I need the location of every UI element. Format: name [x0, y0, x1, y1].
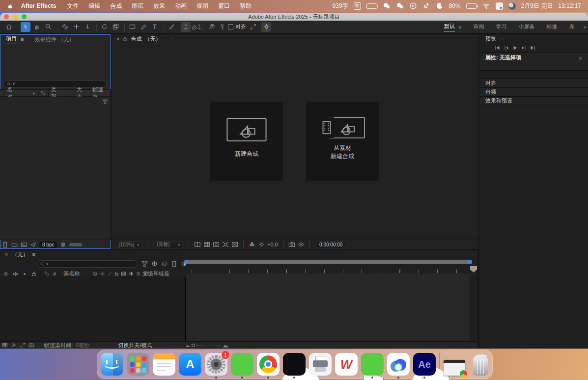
last-frame-button[interactable]: [530, 45, 536, 51]
share-project-icon[interactable]: [30, 242, 36, 248]
fast-previews-gear-icon[interactable]: [258, 241, 265, 248]
navigator-end-handle[interactable]: [468, 260, 472, 264]
magnification-dropdown[interactable]: (100%)∨: [115, 241, 143, 248]
exposure-value[interactable]: +0.0: [267, 242, 278, 247]
keyboard-status-icon[interactable]: [496, 2, 503, 10]
time-ruler[interactable]: [186, 266, 470, 273]
effects-presets-panel-header[interactable]: 效果和预设: [479, 96, 588, 105]
project-panel-menu-icon[interactable]: ≡: [21, 36, 24, 42]
workspace-default[interactable]: 默认: [444, 23, 455, 31]
timeline-navigator-bar[interactable]: [186, 260, 471, 264]
brush-tool[interactable]: [167, 22, 176, 32]
mask-visibility-icon[interactable]: [213, 241, 220, 248]
dock-douyin-icon[interactable]: [283, 353, 306, 376]
view-axis-mode-button[interactable]: [207, 22, 217, 32]
workspace-small-screen[interactable]: 小屏幕: [518, 23, 534, 30]
composition-panel-menu-icon[interactable]: ≡: [170, 36, 173, 42]
workspace-menu-icon[interactable]: ≡: [458, 24, 461, 30]
menu-window[interactable]: 窗口: [218, 2, 230, 10]
pan-behind-tool[interactable]: [111, 22, 120, 32]
motion-blur-switch-icon[interactable]: [128, 271, 134, 276]
lock-column-icon[interactable]: [31, 271, 37, 277]
comp-marker-bin-icon[interactable]: [470, 266, 477, 272]
rotation-tool[interactable]: [99, 22, 109, 32]
properties-panel-menu-icon[interactable]: ≡: [579, 55, 582, 61]
align-panel-header[interactable]: 对齐: [479, 79, 588, 87]
menu-help[interactable]: 帮助: [240, 2, 252, 10]
assistant-status-icon[interactable]: [508, 2, 516, 10]
dock-wechat-icon[interactable]: [231, 353, 253, 376]
dolly-camera-tool[interactable]: [83, 22, 92, 32]
dock-printer-icon[interactable]: [309, 353, 332, 376]
show-channels-icon[interactable]: [249, 241, 255, 248]
region-of-interest-icon[interactable]: [222, 241, 229, 248]
label-column-icon[interactable]: [41, 90, 46, 96]
hand-tool[interactable]: [32, 22, 42, 32]
dock-minimized-window-thumbnail[interactable]: [443, 353, 466, 376]
wechat-status-icon[interactable]: [383, 2, 391, 10]
frame-blend-switch-icon[interactable]: [121, 271, 126, 276]
home-tool[interactable]: [4, 22, 14, 32]
in-out-pane-icon[interactable]: [20, 342, 26, 348]
dock-wechat-2-icon[interactable]: [361, 353, 384, 376]
type-tool[interactable]: T: [150, 22, 160, 32]
new-composition-tile[interactable]: 新建合成: [210, 102, 283, 181]
hide-shy-layers-icon[interactable]: [161, 261, 168, 267]
render-time-pane-icon[interactable]: [28, 342, 34, 348]
focus-moon-icon[interactable]: [436, 2, 444, 10]
pan-camera-tool[interactable]: [71, 22, 81, 32]
view-layout-icon[interactable]: [194, 241, 201, 248]
timeline-tab-label[interactable]: （无）: [12, 251, 28, 258]
preview-panel-header[interactable]: 预览 ≡: [479, 34, 588, 43]
bit-depth-button[interactable]: 8 bpc: [39, 242, 57, 248]
layer-switches-pane-icon[interactable]: [2, 342, 8, 348]
input-method-icon[interactable]: 中: [354, 2, 361, 10]
layer-list-area[interactable]: [0, 277, 186, 341]
wechat-status-icon-2[interactable]: [396, 2, 404, 10]
timeline-zoom-slider-knob[interactable]: [192, 344, 195, 347]
dock-settings-icon[interactable]: 1: [205, 353, 227, 376]
menubar-date[interactable]: 2月9日 周日: [521, 2, 553, 10]
label-color-icon[interactable]: [44, 271, 50, 276]
dock-app-store-icon[interactable]: A: [179, 353, 201, 376]
orbit-camera-tool[interactable]: [60, 22, 70, 32]
menu-effect[interactable]: 效果: [153, 2, 165, 10]
zoom-tool[interactable]: [43, 22, 53, 32]
video-eye-icon[interactable]: [3, 271, 9, 277]
transparency-grid-icon[interactable]: [231, 241, 238, 248]
menu-edit[interactable]: 编辑: [88, 2, 100, 10]
workspace-review[interactable]: 审阅: [473, 23, 484, 30]
zoom-in-mountain-icon[interactable]: [223, 342, 229, 349]
audio-panel-header[interactable]: 音频: [479, 87, 588, 96]
layer-number-column[interactable]: #: [53, 271, 56, 277]
quality-switch-icon[interactable]: [107, 271, 112, 276]
take-snapshot-icon[interactable]: [288, 241, 295, 248]
apple-menu-icon[interactable]: [7, 2, 13, 10]
effects-fx-icon[interactable]: fx: [114, 271, 119, 277]
dock-cloud-drive-icon[interactable]: [387, 353, 410, 376]
menu-view[interactable]: 视图: [196, 2, 208, 10]
delete-item-icon[interactable]: [60, 242, 66, 248]
dock-calendar-icon[interactable]: [153, 353, 175, 376]
douyin-status-icon[interactable]: [422, 2, 430, 10]
tab-effect-controls[interactable]: 效果控件: [34, 36, 56, 43]
new-composition-icon[interactable]: [21, 242, 27, 248]
close-tab-icon[interactable]: ×: [116, 36, 119, 42]
dock-finder-icon[interactable]: [101, 353, 123, 376]
menu-animation[interactable]: 动画: [175, 2, 187, 10]
properties-panel-header[interactable]: 属性: 无选择项 ≡: [479, 53, 588, 62]
dock-chrome-icon[interactable]: [257, 353, 280, 376]
shape-tool[interactable]: [127, 22, 137, 32]
next-frame-button[interactable]: [521, 45, 527, 51]
show-snapshot-icon[interactable]: [298, 241, 305, 248]
workspace-learn[interactable]: 学习: [496, 23, 506, 30]
resolution-dropdown[interactable]: (完整)∨: [153, 241, 184, 248]
source-name-column[interactable]: 源名称: [63, 270, 80, 277]
menubar-time[interactable]: 13:12:17: [558, 2, 581, 9]
snapping-checkbox[interactable]: [228, 24, 233, 29]
draft-3d-icon[interactable]: [151, 261, 158, 267]
workspace-overflow-icon[interactable]: »: [583, 24, 586, 30]
pen-tool[interactable]: [139, 22, 148, 32]
previous-frame-button[interactable]: [503, 45, 509, 51]
toggle-switches-modes-button[interactable]: 切换开关/模式: [118, 342, 152, 349]
